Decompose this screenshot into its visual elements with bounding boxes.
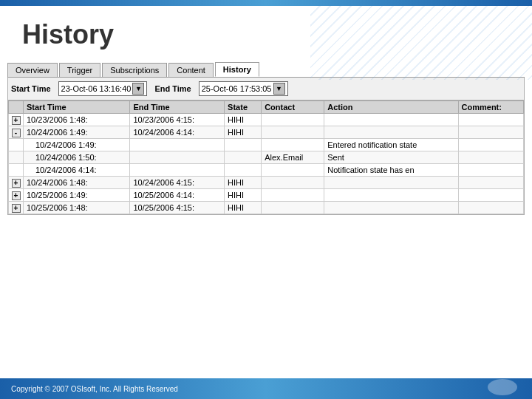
- cell-comment: [458, 126, 523, 139]
- cell-contact: [262, 139, 324, 151]
- cell-comment: [458, 202, 523, 214]
- table-container: Start Time End Time State Contact Action…: [7, 100, 525, 215]
- end-time-dropdown[interactable]: ▼: [273, 83, 285, 95]
- cell-end-time: 10/23/2006 4:15:: [130, 114, 225, 126]
- cell-start-time: 10/24/2006 1:49:: [24, 126, 130, 139]
- cell-comment: [458, 164, 523, 177]
- end-time-label: End Time: [154, 84, 191, 93]
- cell-start-time: 10/24/2006 4:14:: [24, 164, 130, 177]
- cell-action: [324, 202, 458, 214]
- expand-button[interactable]: +: [12, 179, 21, 188]
- cell-state: HIHI: [225, 114, 262, 126]
- cell-action: Entered notification state: [324, 139, 458, 151]
- cell-state: [225, 151, 262, 164]
- col-start-time: Start Time: [24, 101, 130, 114]
- cell-action: Notification state has en: [324, 164, 458, 177]
- start-time-input[interactable]: 23-Oct-06 13:16:40 ▼: [58, 81, 148, 96]
- time-filter-row: Start Time 23-Oct-06 13:16:40 ▼ End Time…: [7, 78, 525, 100]
- end-time-input[interactable]: 25-Oct-06 17:53:05 ▼: [199, 81, 288, 96]
- top-bar: [0, 0, 532, 6]
- end-time-value: 25-Oct-06 17:53:05: [202, 84, 272, 93]
- cell-action: [324, 189, 458, 202]
- col-state: State: [225, 101, 262, 114]
- header: History: [0, 6, 532, 58]
- cell-action: [324, 114, 458, 126]
- footer-decoration: [488, 379, 517, 395]
- table-row: -10/24/2006 1:49:10/24/2006 4:14:HIHI: [9, 126, 524, 139]
- table-row: +10/23/2006 1:48:10/23/2006 4:15:HIHI: [9, 114, 524, 126]
- cell-comment: [458, 189, 523, 202]
- cell-action: Sent: [324, 151, 458, 164]
- table-row: +10/25/2006 1:49:10/25/2006 4:14:HIHI: [9, 189, 524, 202]
- cell-end-time: [130, 164, 225, 177]
- cell-contact: [262, 189, 324, 202]
- table-row: +10/25/2006 1:48:10/25/2006 4:15:HIHI: [9, 202, 524, 214]
- collapse-button[interactable]: -: [12, 129, 21, 137]
- cell-comment: [458, 177, 523, 189]
- expand-button[interactable]: +: [12, 116, 21, 125]
- history-table: Start Time End Time State Contact Action…: [8, 100, 524, 214]
- cell-start-time: 10/24/2006 1:50:: [24, 151, 130, 164]
- cell-start-time: 10/24/2006 1:49:: [24, 139, 130, 151]
- cell-end-time: 10/25/2006 4:14:: [130, 189, 225, 202]
- tab-subscriptions[interactable]: Subscriptions: [102, 63, 167, 77]
- tab-trigger[interactable]: Trigger: [59, 63, 100, 77]
- start-time-value: 23-Oct-06 13:16:40: [61, 84, 132, 93]
- cell-contact: [262, 126, 324, 139]
- cell-contact: [262, 177, 324, 189]
- col-contact: Contact: [262, 101, 324, 114]
- cell-state: HIHI: [225, 189, 262, 202]
- tab-content[interactable]: Content: [168, 63, 214, 77]
- start-time-label: Start Time: [11, 84, 51, 93]
- cell-comment: [458, 151, 523, 164]
- table-row: +10/24/2006 1:48:10/24/2006 4:15:HIHI: [9, 177, 524, 189]
- cell-state: HIHI: [225, 177, 262, 189]
- cell-contact: Alex.Email: [262, 151, 324, 164]
- cell-end-time: [130, 151, 225, 164]
- table-row: 10/24/2006 4:14:Notification state has e…: [9, 164, 524, 177]
- cell-end-time: 10/24/2006 4:15:: [130, 177, 225, 189]
- tab-overview[interactable]: Overview: [7, 63, 58, 77]
- col-expand: [9, 101, 24, 114]
- main-content: Overview Trigger Subscriptions Content H…: [0, 58, 532, 219]
- tab-bar: Overview Trigger Subscriptions Content H…: [7, 62, 525, 78]
- copyright-text: Copyright © 2007 OSIsoft, Inc. All Right…: [11, 385, 178, 393]
- col-end-time: End Time: [130, 101, 225, 114]
- cell-state: HIHI: [225, 126, 262, 139]
- cell-action: [324, 177, 458, 189]
- cell-state: HIHI: [225, 202, 262, 214]
- cell-end-time: 10/24/2006 4:14:: [130, 126, 225, 139]
- col-action: Action: [324, 101, 458, 114]
- footer: Copyright © 2007 OSIsoft, Inc. All Right…: [0, 378, 532, 399]
- cell-start-time: 10/23/2006 1:48:: [24, 114, 130, 126]
- col-comment: Comment:: [458, 101, 523, 114]
- cell-end-time: [130, 139, 225, 151]
- cell-contact: [262, 114, 324, 126]
- cell-action: [324, 126, 458, 139]
- start-time-dropdown[interactable]: ▼: [132, 83, 144, 95]
- cell-start-time: 10/25/2006 1:48:: [24, 202, 130, 214]
- page-title: History: [22, 19, 114, 50]
- cell-state: [225, 139, 262, 151]
- tab-history[interactable]: History: [215, 62, 259, 77]
- cell-start-time: 10/24/2006 1:48:: [24, 177, 130, 189]
- expand-button[interactable]: +: [12, 204, 21, 213]
- expand-button[interactable]: +: [12, 191, 21, 200]
- cell-contact: [262, 202, 324, 214]
- cell-start-time: 10/25/2006 1:49:: [24, 189, 130, 202]
- cell-state: [225, 164, 262, 177]
- table-header-row: Start Time End Time State Contact Action…: [9, 101, 524, 114]
- cell-comment: [458, 139, 523, 151]
- table-row: 10/24/2006 1:49:Entered notification sta…: [9, 139, 524, 151]
- cell-contact: [262, 164, 324, 177]
- table-row: 10/24/2006 1:50:Alex.EmailSent: [9, 151, 524, 164]
- cell-comment: [458, 114, 523, 126]
- cell-end-time: 10/25/2006 4:15:: [130, 202, 225, 214]
